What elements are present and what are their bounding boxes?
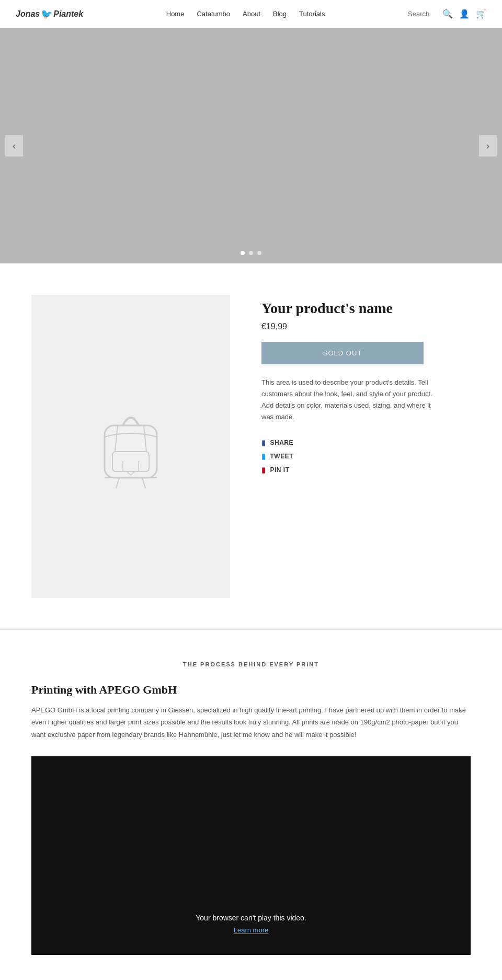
logo-text-jonas: Jonas xyxy=(16,9,40,19)
video-box: Your browser can't play this video. Lear… xyxy=(31,756,471,955)
search-form[interactable]: 🔍 xyxy=(408,9,453,19)
product-title: Your product's name xyxy=(261,300,471,317)
hero-dots xyxy=(241,251,261,255)
twitter-icon: ▮ xyxy=(261,452,266,460)
product-image-box xyxy=(31,295,230,598)
nav-item-tutorials[interactable]: Tutorials xyxy=(299,10,325,18)
product-details: Your product's name €19,99 SOLD OUT This… xyxy=(261,295,471,474)
process-section: THE PROCESS BEHIND EVERY PRINT Printing … xyxy=(0,629,502,976)
hero-next-button[interactable]: › xyxy=(479,135,497,157)
pinterest-share-label: PIN IT xyxy=(270,466,290,474)
social-share-group: ▮ SHARE ▮ TWEET ▮ PIN IT xyxy=(261,439,471,474)
header-right: 🔍 👤 🛒 xyxy=(408,9,486,19)
search-button[interactable]: 🔍 xyxy=(442,9,453,19)
video-message: Your browser can't play this video. xyxy=(196,914,306,922)
sold-out-button[interactable]: SOLD OUT xyxy=(261,342,424,364)
twitter-share-button[interactable]: ▮ TWEET xyxy=(261,452,471,460)
product-price: €19,99 xyxy=(261,322,471,331)
hero-slide xyxy=(0,28,502,263)
svg-line-2 xyxy=(115,425,118,452)
facebook-share-button[interactable]: ▮ SHARE xyxy=(261,439,471,447)
hero-dot-2[interactable] xyxy=(249,251,253,255)
search-input[interactable] xyxy=(408,10,439,18)
site-logo[interactable]: Jonas 🐦 Piantek xyxy=(16,8,83,20)
process-title: Printing with APEGO GmbH xyxy=(31,683,471,697)
nav-item-catatumbo[interactable]: Catatumbo xyxy=(197,10,230,18)
pinterest-icon: ▮ xyxy=(261,466,266,474)
site-header: Jonas 🐦 Piantek Home Catatumbo About Blo… xyxy=(0,0,502,28)
nav-item-blog[interactable]: Blog xyxy=(273,10,287,18)
svg-line-3 xyxy=(144,425,146,452)
svg-rect-1 xyxy=(112,452,149,471)
nav-item-home[interactable]: Home xyxy=(166,10,185,18)
main-nav: Home Catatumbo About Blog Tutorials xyxy=(166,10,325,18)
svg-line-4 xyxy=(116,478,119,488)
product-section: Your product's name €19,99 SOLD OUT This… xyxy=(0,263,502,629)
video-learn-more-link[interactable]: Learn more xyxy=(234,926,268,934)
account-icon[interactable]: 👤 xyxy=(459,9,470,19)
twitter-share-label: TWEET xyxy=(270,453,294,460)
hero-prev-button[interactable]: ‹ xyxy=(5,135,23,157)
facebook-share-label: SHARE xyxy=(270,439,294,446)
pinterest-share-button[interactable]: ▮ PIN IT xyxy=(261,466,471,474)
logo-text-piantek: Piantek xyxy=(53,9,83,19)
process-section-label: THE PROCESS BEHIND EVERY PRINT xyxy=(31,661,471,667)
product-description: This area is used to describe your produ… xyxy=(261,377,439,423)
cart-icon[interactable]: 🛒 xyxy=(476,9,486,19)
svg-line-5 xyxy=(142,478,145,488)
hero-dot-1[interactable] xyxy=(241,251,245,255)
product-image-placeholder xyxy=(84,394,178,499)
logo-bird-icon: 🐦 xyxy=(41,8,52,20)
facebook-icon: ▮ xyxy=(261,439,266,447)
hero-dot-3[interactable] xyxy=(257,251,261,255)
nav-item-about[interactable]: About xyxy=(243,10,260,18)
process-text: APEGO GmbH is a local printing company i… xyxy=(31,704,471,741)
hero-slideshow: ‹ › xyxy=(0,28,502,263)
